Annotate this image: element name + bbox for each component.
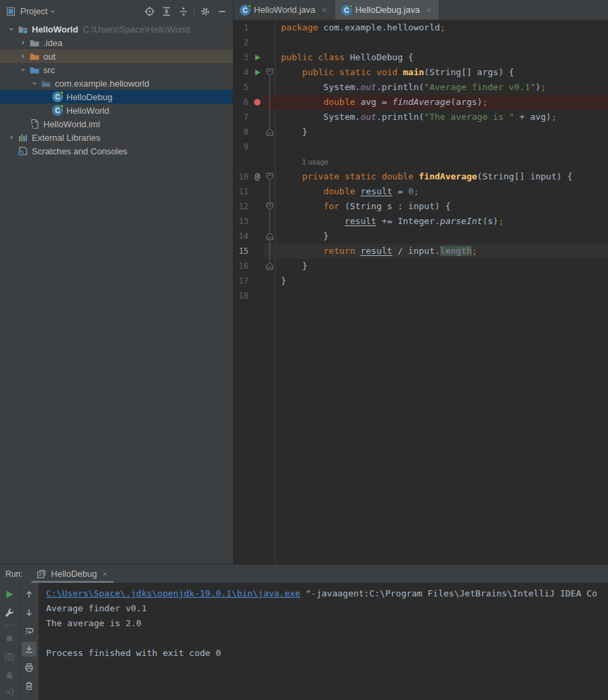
code-line-2[interactable]: 2 [234, 35, 608, 50]
arrow-up-button[interactable] [22, 587, 37, 602]
run-gutter[interactable] [251, 65, 264, 80]
hide-panel-button[interactable] [213, 3, 230, 20]
console-output[interactable]: C:\Users\Space\.jdks\openjdk-19.0.1\bin\… [39, 583, 608, 700]
gutter-cell [251, 214, 264, 229]
settings-wrench-button[interactable] [2, 605, 17, 620]
line-number: 4 [234, 65, 251, 80]
soft-wrap-button[interactable] [22, 624, 37, 638]
thread-dump-camera-button[interactable] [2, 649, 17, 664]
fold-column [264, 244, 275, 259]
arrow-down-button[interactable] [22, 605, 37, 620]
run-tab-hellodebug[interactable]: HelloDebug [30, 565, 114, 583]
tree-item-helloworld-iml[interactable]: HelloWorld.iml [0, 117, 233, 131]
expand-all-button[interactable] [158, 3, 175, 20]
code-line-5[interactable]: 5 System.out.println("Average finder v0.… [234, 80, 608, 95]
chevron-down-icon[interactable] [17, 66, 28, 74]
chevron-right-icon[interactable] [17, 39, 28, 47]
tree-item-com-example-helloworld[interactable]: com.example.helloworld [0, 76, 233, 90]
editor-tab-helloworld-java[interactable]: CHelloWorld.java [234, 0, 335, 20]
fold-up-icon[interactable] [264, 259, 275, 274]
clear-all-button[interactable] [22, 678, 37, 693]
fold-down-icon[interactable] [264, 169, 275, 184]
stop-icon [4, 633, 15, 644]
code-line-17[interactable]: 17} [234, 274, 608, 288]
code-editor[interactable]: 1package com.example.helloworld;23public… [234, 20, 608, 564]
chevron-right-icon[interactable] [5, 133, 17, 141]
tree-item-helloworld[interactable]: HelloWorldC:\Users\Space\HelloWorld [0, 22, 233, 36]
run-gutter[interactable] [251, 50, 264, 65]
code-line-6[interactable]: 6 double avg = findAverage(args); [234, 95, 608, 110]
code-line-4[interactable]: 4 public static void main(String[] args)… [234, 65, 608, 80]
code-text: for (String s : input) { [275, 199, 608, 214]
tree-item-helloworld[interactable]: CHelloWorld [0, 104, 233, 117]
at-gutter[interactable]: @ [251, 169, 264, 184]
fold-column [264, 274, 275, 288]
chevron-down-icon[interactable] [28, 79, 40, 87]
fold-down-icon[interactable] [264, 199, 275, 214]
code-line-1[interactable]: 1package com.example.helloworld; [234, 20, 608, 35]
fold-up-icon[interactable] [264, 229, 275, 244]
code-line-8[interactable]: 8 } [234, 125, 608, 139]
chevron-right-icon[interactable] [17, 52, 28, 60]
code-line-9[interactable]: 9 [234, 139, 608, 154]
scroll-to-end-button[interactable] [22, 642, 37, 657]
fold-up-icon[interactable] [264, 125, 275, 139]
console-path-link[interactable]: C:\Users\Space\.jdks\openjdk-19.0.1\bin\… [46, 588, 301, 598]
code-text: return result / input.length; [275, 244, 608, 259]
line-number: 10 [234, 169, 251, 184]
rerun-button[interactable] [2, 587, 17, 602]
code-line-15[interactable]: 15 return result / input.length; [234, 244, 608, 259]
fold-down-icon[interactable] [264, 65, 275, 80]
tree-item-out[interactable]: out [0, 49, 233, 63]
code-line-18[interactable]: 18 [234, 288, 608, 303]
fold-column [264, 154, 275, 169]
gutter-cell [251, 229, 264, 244]
close-icon[interactable] [320, 6, 328, 14]
inlay-hint-row[interactable]: 1 usage [234, 154, 608, 169]
code-line-11[interactable]: 11 double result = 0; [234, 184, 608, 199]
tree-item-src[interactable]: src [0, 63, 233, 76]
code-text: System.out.println("Average finder v0.1"… [275, 80, 608, 95]
gutter-cell [251, 274, 264, 288]
tree-item--idea[interactable]: .idea [0, 36, 233, 49]
breakpoint-gutter[interactable] [251, 95, 264, 110]
code-line-13[interactable]: 13 result += Integer.parseInt(s); [234, 214, 608, 229]
soft-wrap-icon [24, 626, 35, 636]
restart-debug-button[interactable] [2, 668, 17, 682]
gutter-cell [251, 184, 264, 199]
collapse-all-button[interactable] [175, 3, 192, 20]
code-line-7[interactable]: 7 System.out.println("The average is " +… [234, 110, 608, 125]
print-button[interactable] [22, 660, 37, 675]
locate-file-button[interactable] [141, 3, 158, 20]
code-line-12[interactable]: 12 for (String s : input) { [234, 199, 608, 214]
collapse-all-icon [178, 6, 189, 17]
console-line: C:\Users\Space\.jdks\openjdk-19.0.1\bin\… [46, 586, 608, 601]
close-icon[interactable] [425, 6, 433, 14]
close-icon[interactable] [101, 570, 109, 578]
code-text [275, 35, 608, 50]
run-panel-body: C:\Users\Space\.jdks\openjdk-19.0.1\bin\… [0, 583, 608, 700]
package-icon [40, 78, 52, 89]
usage-inlay-hint[interactable]: 1 usage [302, 158, 328, 166]
fold-column [264, 288, 275, 303]
tree-item-scratches-and-consoles[interactable]: Scratches and Consoles [0, 144, 233, 158]
code-line-16[interactable]: 16 } [234, 259, 608, 274]
tree-item-external-libraries[interactable]: External Libraries [0, 131, 233, 144]
project-panel-title[interactable]: Project [20, 6, 47, 16]
stop-button[interactable] [2, 631, 17, 646]
tool-window-icon [5, 6, 16, 17]
editor-tab-hellodebug-java[interactable]: CHelloDebug.java [335, 0, 439, 20]
chevron-down-icon[interactable] [49, 7, 57, 16]
code-line-3[interactable]: 3public class HelloDebug { [234, 50, 608, 65]
console-window-icon [36, 569, 47, 579]
exit-button[interactable] [2, 685, 17, 700]
console-line [46, 631, 608, 646]
gutter-cell [251, 259, 264, 274]
code-text: } [275, 125, 608, 139]
code-line-10[interactable]: 10@ private static double findAverage(St… [234, 169, 608, 184]
code-line-14[interactable]: 14 } [234, 229, 608, 244]
class-icon: C [51, 91, 64, 102]
chevron-down-icon[interactable] [5, 25, 17, 33]
tree-item-hellodebug[interactable]: CHelloDebug [0, 90, 233, 104]
settings-gear-button[interactable] [196, 3, 213, 20]
